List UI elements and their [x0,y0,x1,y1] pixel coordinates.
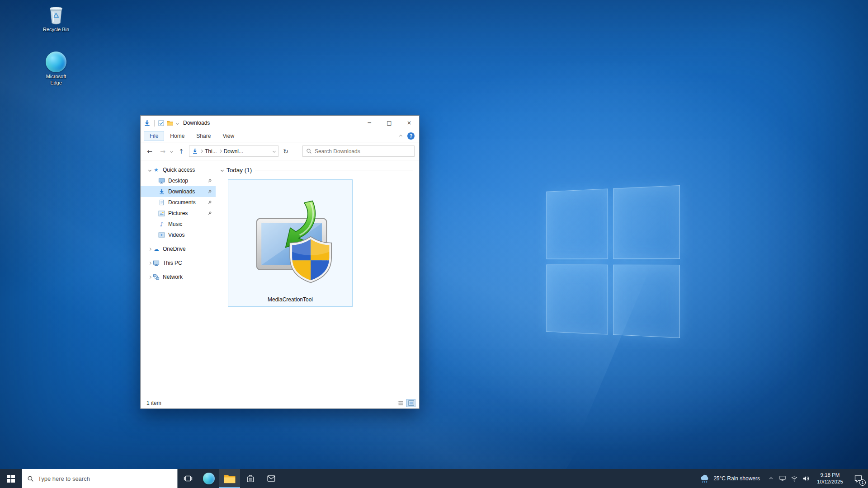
desktop-icon [158,178,165,184]
tray-volume-icon[interactable] [800,469,812,488]
logo-pane [546,264,608,335]
wallpaper-windows-logo [546,185,680,338]
tray-network-pc-icon[interactable] [777,469,788,488]
breadcrumb-downloads[interactable]: Downl... [224,148,243,155]
window-title: Downloads [183,120,210,126]
taskbar-search-box[interactable] [22,469,178,488]
navigation-pane: ★ Quick access Desktop [141,160,216,397]
sidebar-item-network[interactable]: Network [141,272,216,282]
toolbar-separator [154,120,155,127]
search-icon [27,475,34,482]
details-view-button[interactable] [396,399,405,407]
customize-quick-access-icon[interactable] [176,121,179,124]
explorer-search-box[interactable] [302,145,415,157]
sidebar-item-this-pc[interactable]: This PC [141,258,216,268]
maximize-button[interactable]: □ [379,116,399,130]
help-icon[interactable]: ? [407,132,415,140]
sidebar-item-downloads[interactable]: Downloads [141,186,216,197]
collapse-icon[interactable] [148,261,151,264]
edge-icon [36,52,76,72]
tab-file[interactable]: File [144,131,164,141]
taskbar-store-button[interactable] [240,469,261,488]
minimize-button[interactable]: ─ [359,116,379,130]
taskbar-file-explorer-button[interactable] [219,469,240,488]
taskbar-edge-button[interactable] [198,469,219,488]
network-icon [152,274,160,280]
desktop-icon-label: Recycle Bin [36,27,76,33]
address-dropdown-icon[interactable] [273,150,276,153]
desktop-icon-microsoft-edge[interactable]: Microsoft Edge [36,52,76,86]
downloads-folder-icon [144,120,151,127]
pin-icon [208,178,212,184]
window-controls: ─ □ × [359,116,419,130]
recent-locations-icon[interactable] [170,150,173,153]
pin-icon [208,200,212,206]
properties-icon[interactable] [158,120,164,126]
clock-date: 10/12/2025 [812,479,848,485]
tab-home[interactable]: Home [164,131,190,141]
quick-access-star-icon: ★ [152,167,160,173]
search-icon [306,148,312,154]
tab-share[interactable]: Share [190,131,217,141]
taskbar-clock[interactable]: 9:18 PM 10/12/2025 [812,472,848,485]
title-bar[interactable]: Downloads ─ □ × [141,116,419,130]
logo-pane [613,185,680,259]
collapse-icon[interactable] [148,247,151,250]
file-list-area: Today (1) [216,160,419,397]
sidebar-item-pictures[interactable]: Pictures [141,208,216,219]
start-button[interactable] [0,469,22,488]
refresh-button[interactable]: ↻ [281,146,291,157]
edge-icon [203,473,215,484]
new-folder-icon[interactable] [167,120,173,126]
file-item-mediacreationtool[interactable]: MediaCreationTool [228,179,353,307]
close-button[interactable]: × [399,116,419,130]
taskbar-weather-widget[interactable]: 25°C Rain showers [694,469,765,488]
chevron-up-icon [769,477,772,480]
onedrive-cloud-icon: ☁ [152,246,160,253]
tab-view[interactable]: View [217,131,240,141]
sidebar-item-onedrive[interactable]: ☁ OneDrive [141,244,216,254]
sidebar-item-videos[interactable]: Videos [141,230,216,240]
up-button[interactable]: ↑ [176,146,187,157]
show-hidden-icons-button[interactable] [765,469,777,488]
thumbnail-view-button[interactable] [406,399,415,407]
breadcrumb-separator-icon[interactable] [200,150,203,153]
weather-temperature: 25°C [713,475,726,482]
sidebar-item-desktop[interactable]: Desktop [141,175,216,186]
collapse-icon[interactable] [148,275,151,278]
navigation-bar: ← → ↑ Thi... Downl... ↻ [141,142,419,160]
breadcrumb-separator-icon[interactable] [219,150,222,153]
explorer-search-input[interactable] [315,148,411,155]
breadcrumb-this-pc[interactable]: Thi... [205,148,217,155]
expand-icon[interactable] [148,168,151,171]
sidebar-item-music[interactable]: ♪ Music [141,219,216,230]
expand-ribbon-icon[interactable] [399,134,402,137]
sidebar-item-quick-access[interactable]: ★ Quick access [141,164,216,175]
group-header-today[interactable]: Today (1) [221,167,419,174]
pictures-icon [158,211,165,216]
action-center-button[interactable]: 1 [848,469,868,488]
forward-button[interactable]: → [157,146,168,157]
collapse-group-icon[interactable] [221,169,224,172]
downloads-icon [158,188,165,195]
file-explorer-window: Downloads ─ □ × File Home Share View ? ←… [140,115,420,409]
quick-access-toolbar [144,120,179,127]
taskbar-mail-button[interactable] [261,469,282,488]
this-pc-icon [152,260,160,266]
task-view-button[interactable] [178,469,198,488]
sidebar-item-documents[interactable]: Documents [141,197,216,208]
wallpaper-vignette [0,0,868,488]
ribbon-tabs: File Home Share View ? [141,130,419,142]
clock-time: 9:18 PM [812,472,848,479]
file-explorer-icon [224,474,236,483]
tray-wifi-icon[interactable] [788,469,800,488]
address-location-icon [192,148,198,154]
back-button[interactable]: ← [144,146,155,157]
address-bar[interactable]: Thi... Downl... [189,145,278,157]
item-count: 1 item [146,400,161,406]
desktop-icon-recycle-bin[interactable]: Recycle Bin [36,5,76,33]
notification-badge: 1 [859,479,866,486]
taskbar: 25°C Rain showers [0,469,868,488]
taskbar-search-input[interactable] [38,475,172,482]
documents-icon [158,199,165,206]
